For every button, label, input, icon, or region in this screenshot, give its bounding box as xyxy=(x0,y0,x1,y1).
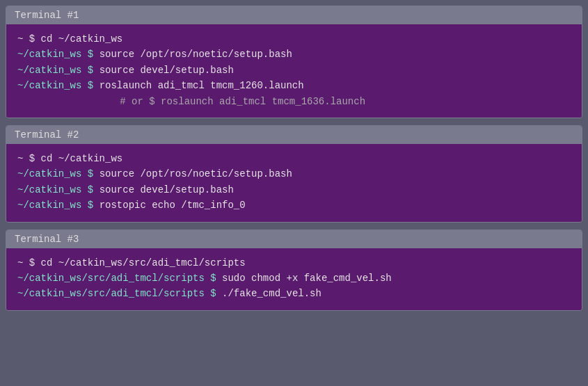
prompt: ~/catkin_ws $ xyxy=(17,184,100,195)
terminal-1-body: ~ $ cd ~/catkin_ws~/catkin_ws $ source /… xyxy=(6,24,582,118)
command-text: source devel/setup.bash xyxy=(100,184,234,195)
command-text: source /opt/ros/noetic/setup.bash xyxy=(100,49,292,60)
terminal-line: ~/catkin_ws $ source /opt/ros/noetic/set… xyxy=(17,47,571,62)
command-text: source /opt/ros/noetic/setup.bash xyxy=(100,168,292,179)
terminal-2-header: Terminal #2 xyxy=(6,126,582,144)
terminal-line: ~/catkin_ws/src/adi_tmcl/scripts $ ./fak… xyxy=(17,286,571,301)
prompt: ~/catkin_ws $ xyxy=(17,80,100,91)
terminal-line: ~ $ cd ~/catkin_ws xyxy=(17,151,571,166)
terminal-1: Terminal #1~ $ cd ~/catkin_ws~/catkin_ws… xyxy=(6,6,582,118)
command-text: ./fake_cmd_vel.sh xyxy=(222,288,321,299)
terminal-line: ~/catkin_ws $ source /opt/ros/noetic/set… xyxy=(17,166,571,182)
terminal-line: ~/catkin_ws $ rostopic echo /tmc_info_0 xyxy=(17,198,571,213)
command-text: roslaunch adi_tmcl tmcm_1260.launch xyxy=(100,80,304,91)
prompt: ~ $ xyxy=(17,257,41,268)
command-text: cd ~/catkin_ws xyxy=(41,153,123,164)
terminal-line: ~/catkin_ws $ source devel/setup.bash xyxy=(17,182,571,198)
prompt: ~/catkin_ws $ xyxy=(17,49,100,60)
terminal-2-body: ~ $ cd ~/catkin_ws~/catkin_ws $ source /… xyxy=(6,144,582,222)
prompt: ~/catkin_ws $ xyxy=(17,65,100,76)
app-container: Terminal #1~ $ cd ~/catkin_ws~/catkin_ws… xyxy=(6,6,582,311)
terminal-line: ~/catkin_ws/src/adi_tmcl/scripts $ sudo … xyxy=(17,271,571,286)
terminal-3-header: Terminal #3 xyxy=(6,230,582,248)
command-text: rostopic echo /tmc_info_0 xyxy=(100,200,246,211)
terminal-3: Terminal #3~ $ cd ~/catkin_ws/src/adi_tm… xyxy=(6,230,582,311)
command-text: source devel/setup.bash xyxy=(100,65,234,76)
command-text: cd ~/catkin_ws xyxy=(41,33,123,45)
command-text: sudo chmod +x fake_cmd_vel.sh xyxy=(222,273,392,284)
terminal-line: ~/catkin_ws $ source devel/setup.bash xyxy=(17,63,571,78)
prompt: ~/catkin_ws/src/adi_tmcl/scripts $ xyxy=(17,273,222,284)
terminal-line: ~ $ cd ~/catkin_ws xyxy=(17,31,571,47)
comment-text: # or $ roslaunch adi_tmcl tmcm_1636.laun… xyxy=(17,94,571,109)
prompt: ~/catkin_ws/src/adi_tmcl/scripts $ xyxy=(17,288,222,299)
prompt: ~ $ xyxy=(17,153,41,164)
prompt: ~/catkin_ws $ xyxy=(17,200,100,211)
terminal-3-body: ~ $ cd ~/catkin_ws/src/adi_tmcl/scripts~… xyxy=(6,248,582,310)
terminal-2: Terminal #2~ $ cd ~/catkin_ws~/catkin_ws… xyxy=(6,125,582,223)
prompt: ~ $ xyxy=(17,33,41,45)
terminal-line: ~ $ cd ~/catkin_ws/src/adi_tmcl/scripts xyxy=(17,255,571,271)
command-text: cd ~/catkin_ws/src/adi_tmcl/scripts xyxy=(41,257,246,268)
terminal-1-header: Terminal #1 xyxy=(6,6,582,24)
terminal-line: ~/catkin_ws $ roslaunch adi_tmcl tmcm_12… xyxy=(17,78,571,93)
prompt: ~/catkin_ws $ xyxy=(17,168,100,179)
